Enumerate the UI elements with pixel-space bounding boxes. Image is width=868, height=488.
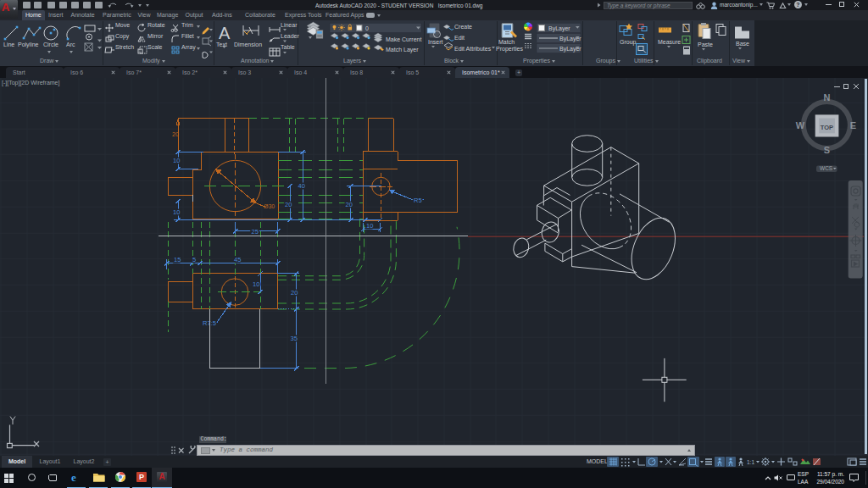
- svg-text:ByLayer: ByLayer: [559, 35, 581, 42]
- svg-text:45: 45: [234, 256, 241, 263]
- svg-text:WCS: WCS: [820, 165, 833, 171]
- svg-text:1:1: 1:1: [747, 459, 754, 465]
- svg-text:25: 25: [252, 228, 259, 236]
- svg-text:10: 10: [366, 222, 373, 230]
- svg-text:W: W: [796, 120, 805, 130]
- svg-text:TOP: TOP: [821, 124, 833, 131]
- svg-text:Ø30: Ø30: [264, 203, 275, 209]
- svg-text:ByLayer: ByLayer: [559, 45, 581, 52]
- svg-text:20: 20: [285, 201, 292, 208]
- svg-text:Measure: Measure: [658, 39, 681, 45]
- svg-text:35: 35: [291, 335, 298, 342]
- svg-text:Make Current: Make Current: [386, 36, 421, 42]
- svg-text:Edit: Edit: [454, 34, 465, 40]
- svg-text:40: 40: [298, 182, 305, 190]
- svg-text:20: 20: [346, 201, 353, 208]
- svg-text:20: 20: [291, 289, 298, 297]
- svg-text:0: 0: [365, 25, 369, 31]
- svg-text:Match: Match: [498, 39, 515, 45]
- svg-text:R7.5: R7.5: [203, 319, 216, 327]
- svg-text:A: A: [219, 24, 231, 42]
- svg-text:Match Layer: Match Layer: [386, 47, 419, 53]
- svg-text:Base: Base: [736, 41, 749, 47]
- svg-text:R5: R5: [414, 197, 422, 204]
- svg-text:20: 20: [172, 131, 179, 137]
- svg-text:N: N: [823, 92, 830, 103]
- svg-text:10: 10: [253, 280, 259, 288]
- svg-text:10: 10: [173, 157, 180, 164]
- svg-text:5: 5: [192, 256, 196, 263]
- svg-text:Insert: Insert: [428, 39, 443, 45]
- svg-text:Create: Create: [454, 24, 472, 30]
- svg-text:ByLayer: ByLayer: [548, 25, 570, 31]
- svg-text:Paste: Paste: [698, 42, 713, 47]
- svg-text:S: S: [824, 145, 830, 155]
- svg-text:E: E: [850, 120, 856, 130]
- svg-text:Group: Group: [620, 39, 637, 46]
- svg-text:Edit Attributes: Edit Attributes: [454, 45, 492, 51]
- svg-text:15: 15: [174, 256, 181, 263]
- svg-text:Properties: Properties: [496, 46, 523, 53]
- svg-text:10: 10: [173, 208, 180, 216]
